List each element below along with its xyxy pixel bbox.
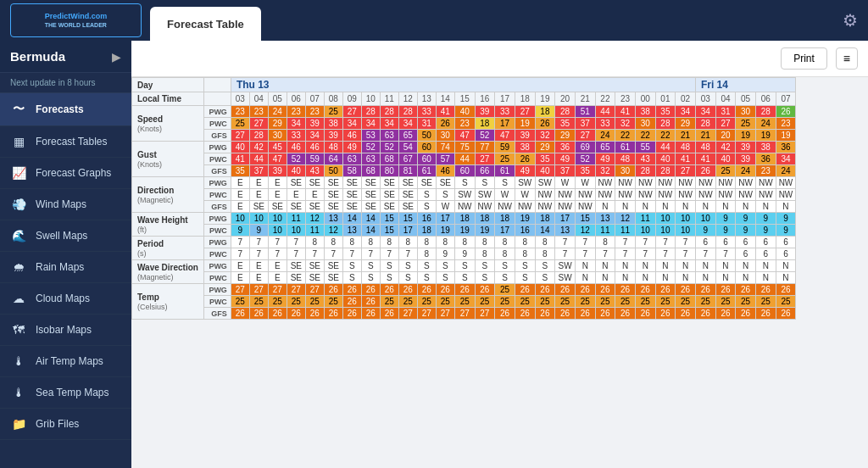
cell: 49 [515, 165, 535, 177]
cell: W [495, 189, 515, 201]
cell: 17 [495, 225, 515, 237]
cell: 15 [398, 213, 417, 225]
cell: 16 [515, 225, 535, 237]
cell: 17 [495, 118, 515, 130]
cell: 61 [495, 165, 515, 177]
cell: 12 [575, 225, 595, 237]
cell: N [615, 260, 636, 272]
cell: 7 [676, 237, 696, 248]
temp-label: Temp(Celsius) [132, 284, 204, 320]
cell: S [475, 177, 495, 189]
cell: 26 [454, 284, 475, 296]
cell: 23 [287, 106, 305, 118]
cell: 26 [595, 308, 615, 320]
cell: 59 [495, 142, 515, 153]
cell: 46 [436, 165, 454, 177]
cell: 27 [676, 165, 696, 177]
print-button[interactable]: Print [781, 47, 827, 70]
time-18: 18 [515, 92, 535, 106]
cell: SE [398, 201, 417, 213]
cell: S [495, 260, 515, 272]
cell: 64 [324, 153, 342, 165]
cell: NW [755, 177, 776, 189]
sidebar-item-forecasts[interactable]: 〜 Forecasts [0, 93, 131, 126]
cell: 8 [475, 237, 495, 248]
cell: 49 [595, 153, 615, 165]
cell: N [676, 272, 696, 284]
cell: 38 [324, 118, 342, 130]
gear-icon[interactable]: ⚙ [843, 10, 858, 31]
cell: 12 [324, 225, 342, 237]
cell: 12 [305, 213, 324, 225]
sidebar-item-cloud-maps[interactable]: ☁ Cloud Maps [0, 283, 131, 315]
cell: 26 [535, 284, 555, 296]
sidebar-item-forecast-graphs[interactable]: 📈 Forecast Graphs [0, 158, 131, 189]
cell: 26 [736, 308, 756, 320]
fri-time-07: 07 [776, 92, 796, 106]
cell: 38 [635, 106, 655, 118]
cell: NW [555, 189, 576, 201]
speed-label: Speed(Knots) [132, 106, 204, 142]
sidebar-item-wind-maps[interactable]: 💨 Wind Maps [0, 189, 131, 220]
sidebar-item-sea-temp[interactable]: 🌡 Sea Temp Maps [0, 377, 131, 409]
cell: 14 [361, 225, 380, 237]
cell: 57 [436, 153, 454, 165]
cell: 49 [342, 142, 361, 153]
menu-button[interactable]: ≡ [836, 47, 858, 70]
cell: 25 [635, 296, 655, 308]
cell: S [495, 177, 515, 189]
localtime-label: Local Time [132, 92, 204, 106]
cell: 50 [324, 165, 342, 177]
sidebar-item-label: Wind Maps [36, 198, 86, 210]
cell: 8 [398, 237, 417, 248]
forecast-table-container[interactable]: Day Thu 13 Fri 14 Local Time 03 04 05 06… [131, 77, 868, 468]
cell: N [615, 272, 636, 284]
cell: 8 [495, 248, 515, 260]
cell: 50 [417, 130, 436, 142]
cell: 54 [398, 142, 417, 153]
cell: 23 [249, 106, 268, 118]
cell: 28 [755, 106, 776, 118]
cell: 25 [231, 118, 249, 130]
cell: NW [615, 177, 636, 189]
cell: 63 [342, 153, 361, 165]
period-pwg-model: PWG [203, 237, 231, 248]
cell: 7 [655, 237, 676, 248]
cell: NW [535, 201, 555, 213]
cell: 26 [436, 284, 454, 296]
cell: 8 [436, 237, 454, 248]
cell: 8 [380, 237, 398, 248]
cell: 6 [715, 237, 736, 248]
sidebar-item-isobar-maps[interactable]: 🗺 Isobar Maps [0, 315, 131, 346]
cell: 26 [361, 284, 380, 296]
sidebar-item-grib-files[interactable]: 📁 Grib Files [0, 409, 131, 440]
cell: 27 [305, 284, 324, 296]
location-arrow-icon[interactable]: ▶ [112, 50, 121, 64]
cell: 26 [615, 308, 636, 320]
tab-forecast-table[interactable]: Forecast Table [150, 7, 261, 41]
cell: 24 [776, 165, 796, 177]
sidebar-item-rain-maps[interactable]: 🌧 Rain Maps [0, 252, 131, 283]
cell: S [535, 260, 555, 272]
cell: 60 [417, 153, 436, 165]
sidebar-item-forecast-tables[interactable]: ▦ Forecast Tables [0, 126, 131, 158]
cell: 28 [398, 106, 417, 118]
sidebar-item-swell-maps[interactable]: 🌊 Swell Maps [0, 220, 131, 252]
sidebar-item-air-temp[interactable]: 🌡 Air Temp Maps [0, 346, 131, 377]
cell: 26 [615, 284, 636, 296]
cell: E [231, 189, 249, 201]
cell: 7 [398, 248, 417, 260]
cell: NW [736, 189, 756, 201]
time-20: 20 [555, 92, 576, 106]
cell: 25 [715, 165, 736, 177]
cell: 7 [575, 248, 595, 260]
cell: 41 [676, 153, 696, 165]
cell: 41 [615, 106, 636, 118]
cell: 38 [515, 142, 535, 153]
cell: NW [676, 189, 696, 201]
fri-time-02: 02 [676, 92, 696, 106]
cell: N [676, 260, 696, 272]
cell: N [635, 260, 655, 272]
cell: 40 [287, 165, 305, 177]
cell: 9 [695, 225, 715, 237]
